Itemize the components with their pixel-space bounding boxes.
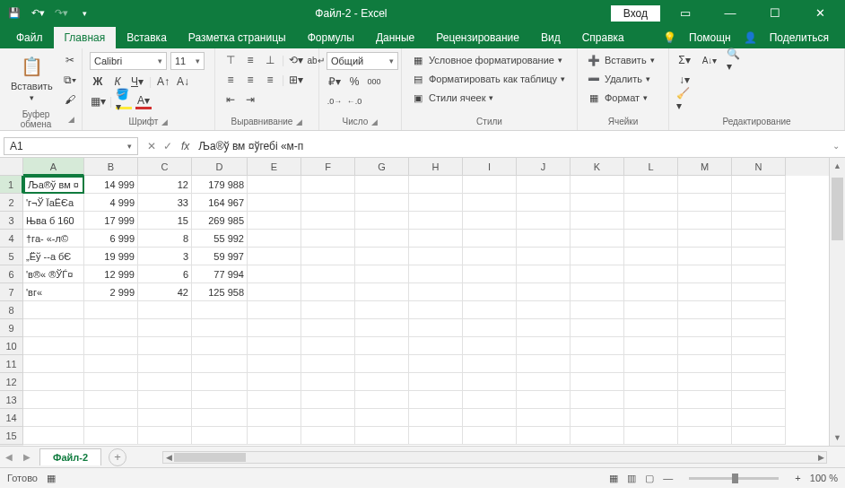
cell[interactable] [517, 230, 571, 248]
cell[interactable] [732, 230, 786, 248]
cell[interactable] [571, 337, 624, 355]
cell[interactable] [571, 373, 624, 391]
close-icon[interactable]: ✕ [800, 0, 840, 26]
cell[interactable] [301, 355, 355, 373]
cell[interactable] [571, 265, 624, 283]
cell[interactable] [463, 373, 517, 391]
percent-icon[interactable]: % [346, 74, 362, 90]
cell[interactable] [248, 319, 301, 337]
dialog-launcher-icon[interactable]: ◢ [161, 117, 168, 126]
cell[interactable] [678, 212, 732, 230]
tab-formulas[interactable]: Формулы [297, 27, 365, 48]
cell[interactable] [678, 248, 732, 265]
insert-cells-button[interactable]: ➕Вставить▾ [585, 52, 657, 68]
cell[interactable] [678, 373, 732, 391]
cell[interactable] [732, 176, 786, 194]
cell[interactable] [463, 230, 517, 248]
cell[interactable] [409, 373, 463, 391]
cell[interactable]: 'вг« [23, 283, 84, 301]
cell[interactable]: 'г¬Ў ЇаЁЄа [23, 194, 84, 212]
cell[interactable] [355, 391, 409, 409]
cell[interactable] [301, 301, 355, 319]
cell[interactable] [84, 355, 138, 373]
cell[interactable] [571, 248, 624, 265]
cell[interactable] [84, 409, 138, 427]
cell[interactable] [517, 194, 571, 212]
cell[interactable] [409, 391, 463, 409]
cell[interactable] [732, 283, 786, 301]
cell[interactable] [624, 391, 678, 409]
cell[interactable] [409, 427, 463, 445]
cell[interactable] [571, 355, 624, 373]
zoom-out-icon[interactable]: — [663, 473, 673, 483]
merge-icon[interactable]: ⊞▾ [288, 72, 304, 88]
shrink-font-icon[interactable]: A↓ [175, 74, 191, 90]
row-header[interactable]: 5 [0, 248, 23, 265]
name-box[interactable]: A1▾ [4, 137, 138, 155]
cell[interactable] [678, 265, 732, 283]
row-header[interactable]: 4 [0, 230, 23, 248]
cells-area[interactable]: Љa®ў вм ¤14 99912179 988'г¬Ў ЇаЁЄа4 9993… [23, 176, 829, 446]
cell[interactable] [248, 409, 301, 427]
redo-icon[interactable]: ↷▾ [54, 6, 68, 21]
cell[interactable] [192, 427, 248, 445]
align-top-icon[interactable]: ⊤ [222, 52, 239, 68]
cell[interactable] [301, 212, 355, 230]
cell[interactable] [23, 409, 84, 427]
row-header[interactable]: 15 [0, 427, 23, 445]
cell[interactable] [192, 301, 248, 319]
cell[interactable] [624, 212, 678, 230]
cell[interactable] [624, 319, 678, 337]
cell[interactable] [409, 319, 463, 337]
cell[interactable] [192, 337, 248, 355]
cell[interactable] [624, 373, 678, 391]
tab-data[interactable]: Данные [365, 27, 425, 48]
cell[interactable] [517, 427, 571, 445]
tab-file[interactable]: Файл [5, 27, 54, 48]
cell[interactable] [84, 427, 138, 445]
macro-record-icon[interactable]: ▦ [47, 473, 56, 484]
cell[interactable] [517, 176, 571, 194]
border-icon[interactable]: ▦▾ [90, 93, 106, 109]
scroll-left-icon[interactable]: ◀ [163, 452, 174, 463]
column-header[interactable]: J [517, 158, 571, 176]
cell[interactable] [301, 409, 355, 427]
fill-color-icon[interactable]: 🪣▾ [116, 93, 132, 109]
cell[interactable]: 15 [138, 212, 192, 230]
column-header[interactable]: A [23, 158, 84, 176]
cell[interactable] [624, 337, 678, 355]
cell[interactable] [409, 301, 463, 319]
cell[interactable] [678, 283, 732, 301]
page-break-view-icon[interactable]: ▢ [645, 473, 654, 484]
save-icon[interactable]: 💾 [7, 6, 22, 21]
cell[interactable] [517, 212, 571, 230]
cell[interactable] [678, 194, 732, 212]
cell[interactable] [355, 301, 409, 319]
cell[interactable] [23, 391, 84, 409]
delete-cells-button[interactable]: ➖Удалить▾ [585, 71, 652, 87]
cell[interactable] [355, 409, 409, 427]
column-header[interactable]: H [409, 158, 463, 176]
decrease-decimal-icon[interactable]: ←.0 [346, 93, 362, 109]
row-header[interactable]: 8 [0, 301, 23, 319]
cell[interactable] [517, 283, 571, 301]
cell[interactable] [571, 230, 624, 248]
conditional-format-button[interactable]: ▦Условное форматирование▾ [409, 52, 564, 68]
font-name-combo[interactable]: Calibri▾ [90, 52, 167, 70]
cell[interactable] [355, 427, 409, 445]
cell[interactable] [301, 373, 355, 391]
zoom-slider-knob[interactable] [732, 474, 738, 483]
cell[interactable] [84, 301, 138, 319]
cell[interactable] [624, 230, 678, 248]
cell[interactable] [138, 319, 192, 337]
cell[interactable] [301, 230, 355, 248]
bold-button[interactable]: Ж [90, 74, 106, 90]
scrollbar-thumb[interactable] [832, 178, 843, 240]
cell[interactable] [463, 301, 517, 319]
tab-page-layout[interactable]: Разметка страницы [178, 27, 297, 48]
minimize-icon[interactable]: — [710, 0, 750, 26]
tab-home[interactable]: Главная [54, 27, 117, 48]
cell[interactable] [624, 301, 678, 319]
cell[interactable] [732, 301, 786, 319]
cell[interactable] [678, 176, 732, 194]
